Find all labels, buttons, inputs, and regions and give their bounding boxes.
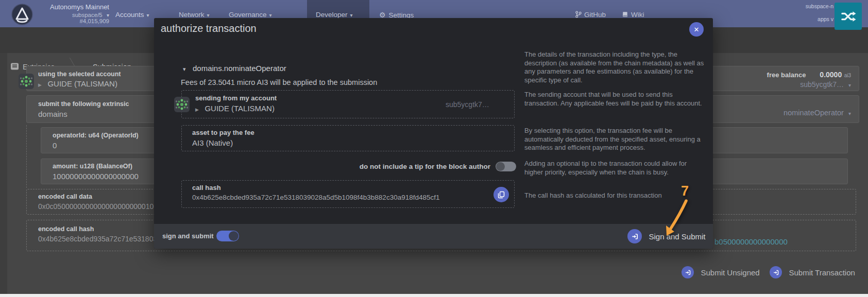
sending-account-value[interactable]: ▶ GUIDE (TALISMAN) [195,104,275,113]
desc-fee-asset: By selecting this option, the transactio… [524,127,706,152]
chevron-down-icon: ▾ [207,12,210,18]
encoded-hash-partial-text: b0500000000000000 [714,237,788,246]
free-balance-label: free balance [767,71,806,79]
annotation-arrow [655,199,696,242]
param-operatorid-value[interactable]: 0 [53,141,57,150]
authorize-transaction-modal: authorize transaction ✕ ▾ domains.nomina… [154,18,713,249]
fee-asset-label: asset to pay the fee [192,129,254,136]
tip-toggle-label: do not include a tip for the block autho… [314,163,490,170]
app-window: Autonomys Mainnet subspace/5 ▾ #4,015,90… [0,0,868,297]
sign-submit-toggle-label: sign and submit [162,232,214,240]
nav-item-accounts[interactable]: Accounts▾ [115,11,149,19]
submit-unsigned-button[interactable]: Submit Unsigned [682,266,760,278]
caret-right-icon: ▶ [195,107,199,112]
free-balance-amount: 0.0000 [820,71,842,79]
sign-submit-toggle[interactable] [216,231,239,241]
shuffle-icon [841,9,856,24]
tip-toggle[interactable] [496,162,516,171]
caret-right-icon: ▶ [38,82,42,88]
sending-account-field[interactable]: sending from my account ▶ GUIDE (TALISMA… [181,90,515,118]
chevron-down-icon: ▾ [848,82,851,88]
toggle-knob [229,231,239,241]
github-link[interactable]: GitHub [575,11,606,19]
corner-version-text: subspace-n apps v [773,3,833,23]
nav-item-network[interactable]: Network▾ [179,11,210,19]
modal-title: authorize transaction [161,23,257,34]
selected-account-value[interactable]: ▶ GUIDE (TALISMAN) [38,79,117,89]
extrinsic-label: submit the following extrinsic [38,100,129,108]
chevron-down-icon: ▾ [183,66,186,72]
desc-tip: Adding an optional tip to the transactio… [524,160,706,177]
chevron-down-icon: ▾ [107,12,109,18]
call-hash-field: call hash 0x4b625e8cbded935a72c71e531803… [181,180,515,208]
selected-account-label: using the selected account [38,71,121,78]
chevron-down-icon: ▾ [269,12,272,18]
call-section-header[interactable]: ▾ domains.nominateOperator [180,64,286,73]
signin-icon [770,266,782,278]
fee-asset-field[interactable]: asset to pay the fee AI3 (Native) [181,125,515,151]
copy-icon [498,191,505,199]
chain-selector[interactable]: subspace/5 ▾ [31,12,109,18]
encoded-call-data-label: encoded call data [38,193,92,200]
git-branch-icon [575,11,582,18]
desc-transaction-details: The details of the transaction including… [524,50,706,84]
fee-asset-value[interactable]: AI3 (Native) [192,138,233,147]
book-icon [622,11,628,18]
call-hash-value: 0x4b625e8cbded935a72c71e5318039028a5d5b1… [192,194,439,201]
nav-item-governance[interactable]: Governance▾ [229,11,272,19]
param-amount-value[interactable]: 10000000000000000000 [53,172,139,181]
encoded-call-data-value: 0x0c050000000000000000000001063 [38,202,162,211]
wiki-link[interactable]: Wiki [622,11,644,19]
chevron-down-icon: ▾ [848,111,851,116]
block-number: #4,015,909 [31,18,109,24]
free-balance-unit: ai3 [844,73,851,78]
extrinsics-icon [10,62,19,71]
left-gutter [0,53,7,297]
account-identicon [19,74,34,89]
close-icon: ✕ [694,26,700,33]
nav-item-developer[interactable]: Developer▾ [316,11,353,19]
chevron-down-icon: ▾ [147,12,149,18]
modal-footer: sign and submit Sign and Submit [154,224,713,249]
copy-button[interactable] [493,187,509,202]
toggle-knob [496,162,505,171]
desc-sending-account: The sending account that will be used to… [524,91,706,108]
call-hash-label: call hash [192,184,221,191]
autonomys-logo-icon [11,4,33,25]
param-operatorid-label: operatorId: u64 (OperatorId) [53,132,139,139]
fee-note: Fees of 23.5041 micro AI3 will be applie… [181,78,377,86]
signin-icon [682,266,694,278]
extrinsic-section-value[interactable]: domains [38,110,67,118]
network-switch-button[interactable] [835,3,862,30]
page-bottom-edge [0,294,868,297]
signin-icon [627,229,642,243]
brand-block: Autonomys Mainnet subspace/5 ▾ #4,015,90… [31,3,109,24]
account-identicon [174,97,190,112]
submit-transaction-button[interactable]: Submit Transaction [770,266,855,278]
params-guide-line [26,125,27,188]
sending-account-label: sending from my account [195,94,277,102]
annotation-number: 7 [681,183,689,199]
close-button[interactable]: ✕ [689,22,704,37]
encoded-call-hash-label: encoded call hash [38,225,94,233]
sending-account-address: sub5ycgtk7… [446,100,489,109]
param-amount-label: amount: u128 (BalanceOf) [53,163,132,170]
chevron-down-icon: ▾ [350,12,353,18]
encoded-call-hash-value: 0x4b625e8cbded935a72c71e531803 [38,235,157,243]
app-title: Autonomys Mainnet [31,3,109,11]
